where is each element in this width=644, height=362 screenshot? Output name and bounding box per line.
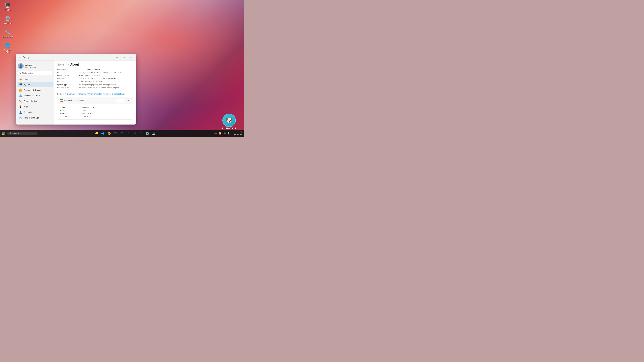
minimize-button[interactable]: — <box>114 55 120 60</box>
sidebar-item-accounts[interactable]: 👤 Accounts <box>16 110 53 115</box>
user-name: Admin <box>25 64 36 66</box>
collapse-button[interactable]: ∧ <box>127 99 130 102</box>
device-name-label: Device name <box>57 68 79 70</box>
desktop-icon-this-pc[interactable]: 🖥️ This PC <box>2 2 14 12</box>
taskbar-apps: 🌐 🎨 W X P O T ⚙️ 💻 <box>38 131 213 136</box>
battery-icon[interactable]: 🔋 <box>227 132 230 135</box>
desktop-icons: 🖥️ This PC 🗑️ Recycle Bin 🔧 Control Pane… <box>2 2 14 54</box>
device-id-value: 0C836708-D1D6-457C-9518-FC5F46A559B5 <box>79 78 116 80</box>
processor-value: Intel(R) Core(TM) i5-4570T CPU @ 2.90GHz… <box>79 71 124 73</box>
sidebar-item-personalization[interactable]: ✏️ Personalization <box>16 98 53 104</box>
settings-search-box[interactable]: 🔍 <box>17 71 52 75</box>
domain-workgroup-link[interactable]: Domain or workgroup <box>69 93 86 95</box>
device-name-value: Lenovo-ThinkCentre-M93p <box>79 68 101 70</box>
ram-label: Installed RAM <box>57 75 79 77</box>
advanced-settings-link[interactable]: Advanced system settings <box>103 93 124 95</box>
content-header: System > About <box>54 60 136 68</box>
related-links: Related links Domain or workgroup System… <box>54 91 136 97</box>
info-row-ram: Installed RAM 8.00 GB (7.89 GB usable) <box>57 74 133 77</box>
recycle-bin-label: Recycle Bin <box>3 22 12 24</box>
sidebar-item-apps[interactable]: 📱 Apps <box>16 104 53 109</box>
breadcrumb-about: About <box>70 63 79 66</box>
time-language-icon: 🕐 <box>19 116 22 119</box>
processor-label: Processor <box>57 71 79 73</box>
info-row-processor: Processor Intel(R) Core(TM) i5-4570T CPU… <box>57 71 133 74</box>
sound-icon[interactable]: 🔊 <box>223 132 226 135</box>
taskbar-search-text: Search <box>13 132 19 134</box>
user-profile[interactable]: 👤 Admin Local Account <box>16 62 54 71</box>
start-button[interactable] <box>1 131 6 136</box>
sidebar-item-bluetooth[interactable]: 📶 Bluetooth & devices <box>16 87 53 93</box>
taskbar-dev[interactable]: 💻 <box>151 131 157 136</box>
main-content: System > About Device name Lenovo-ThinkC… <box>54 60 136 124</box>
clock-time: 22:59 <box>238 131 242 133</box>
desktop-icon-control-panel[interactable]: 🔧 Control Panel <box>2 28 14 38</box>
info-row-device-name: Device name Lenovo-ThinkCentre-M93p <box>57 68 133 71</box>
network-systray-icon[interactable]: 📶 <box>218 132 222 135</box>
sidebar-item-network[interactable]: 🌐 Network & internet <box>16 93 53 98</box>
time-language-label: Time & language <box>24 117 39 119</box>
control-panel-icon: 🔧 <box>4 29 10 35</box>
window-titlebar: ← Settings — □ ✕ <box>16 54 136 60</box>
taskbar-excel[interactable]: X <box>119 131 125 136</box>
edition-value: Windows 11 Pro <box>82 106 95 108</box>
os-build-label: OS build <box>60 115 82 117</box>
edition-label: Edition <box>60 106 82 108</box>
taskbar-file-explorer[interactable] <box>94 131 99 136</box>
system-label: System <box>24 83 30 86</box>
spec-row-os-build: OS build 22631.4317 <box>60 115 130 118</box>
network-label: Network & internet <box>24 94 40 97</box>
avatar: 👤 <box>18 63 24 69</box>
taskbar-outlook[interactable]: O <box>132 131 138 136</box>
close-button[interactable]: ✕ <box>128 55 134 60</box>
sidebar-item-home[interactable]: 🏠 Home <box>16 76 53 82</box>
system-protection-link[interactable]: System protection <box>88 93 102 95</box>
network-icon: 🌐 <box>19 94 22 97</box>
info-row-product-id: Product ID 00330-80106-95981-AA862 <box>57 80 133 83</box>
desktop-icon-microsoft-edge[interactable]: 🌐 Microsoft Edge <box>2 42 14 54</box>
puppy-watermark: 🐶 PUPPYLIST <box>216 113 242 130</box>
windows-specs-title: Windows specifications <box>60 99 85 102</box>
svg-rect-6 <box>96 133 98 134</box>
product-id-label: Product ID <box>57 81 79 83</box>
clock-date: 10/10/2024 <box>234 133 242 136</box>
taskbar-word[interactable]: W <box>113 131 118 136</box>
back-button[interactable]: ← <box>18 55 22 59</box>
maximize-button[interactable]: □ <box>120 55 127 60</box>
system-type-label: System type <box>57 84 79 86</box>
edge-desktop-label: Microsoft Edge <box>2 49 13 53</box>
taskbar-clock[interactable]: 22:59 10/10/2024 <box>232 131 243 136</box>
svg-rect-3 <box>4 134 6 135</box>
settings-search-input[interactable] <box>22 72 51 74</box>
puppy-circle: 🐶 <box>222 114 236 127</box>
taskbar: 🔍 Search 🌐 🎨 W X <box>0 130 244 137</box>
taskbar-search-icon: 🔍 <box>10 132 12 135</box>
windows-specs-body: Edition Windows 11 Pro Version 23H2 Inst… <box>57 104 133 119</box>
desktop-icon-recycle-bin[interactable]: 🗑️ Recycle Bin <box>2 15 14 25</box>
windows-logo-icon <box>60 99 63 102</box>
svg-rect-1 <box>4 132 6 133</box>
this-pc-icon: 🖥️ <box>4 2 10 8</box>
sidebar-item-system[interactable]: 🖥️ System <box>16 82 53 87</box>
recycle-bin-icon: 🗑️ <box>4 16 10 22</box>
copy-button[interactable]: Copy <box>116 99 126 102</box>
sidebar-nav: 🏠 Home 🖥️ System 📶 Bluetooth & devices 🌐… <box>16 76 54 120</box>
breadcrumb-separator: > <box>68 63 69 66</box>
svg-rect-0 <box>2 132 4 133</box>
windows-specs-actions: Copy ∧ <box>116 99 130 102</box>
puppylist-text: PUPPYLIST <box>222 127 236 130</box>
version-value: 23H2 <box>82 109 86 111</box>
windows-start-icon <box>2 132 6 135</box>
language-icon[interactable]: ⌨ <box>214 132 218 135</box>
taskbar-search[interactable]: 🔍 Search <box>8 132 38 135</box>
sidebar: 👤 Admin Local Account 🔍 🏠 Home <box>16 60 54 124</box>
file-explorer-icon <box>95 132 98 135</box>
search-icon: 🔍 <box>19 72 21 74</box>
taskbar-powerpoint[interactable]: P <box>126 131 131 136</box>
sidebar-item-time-language[interactable]: 🕐 Time & language <box>16 115 53 120</box>
device-info-section: Device name Lenovo-ThinkCentre-M93p Proc… <box>54 68 136 91</box>
taskbar-edge[interactable]: 🌐 <box>100 131 106 136</box>
taskbar-teams[interactable]: T <box>138 131 144 136</box>
taskbar-settings[interactable]: ⚙️ <box>144 131 150 136</box>
taskbar-paint[interactable]: 🎨 <box>106 131 112 136</box>
